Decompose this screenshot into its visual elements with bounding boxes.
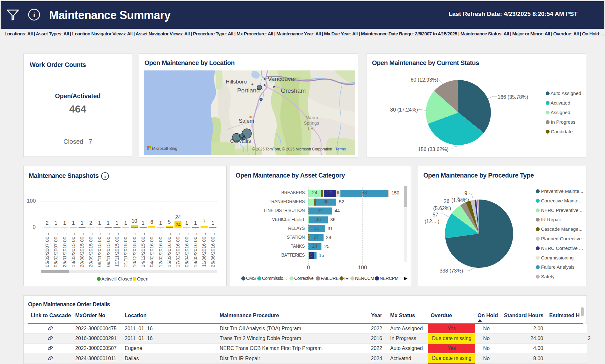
svg-text:I.R.: I.R. <box>308 126 315 131</box>
svg-text:1: 1 <box>159 220 162 226</box>
svg-text:14/12/2015 00...: 14/12/2015 00... <box>140 233 146 267</box>
svg-text:20/09/2015 00...: 20/09/2015 00... <box>88 233 93 267</box>
svg-text:19/11/2015 00...: 19/11/2015 00... <box>114 233 120 267</box>
svg-text:05/02/2007 00...: 05/02/2007 00... <box>44 233 50 267</box>
svg-text:1: 1 <box>142 220 145 226</box>
svg-text:08/04/2016 00...: 08/04/2016 00... <box>184 233 189 267</box>
svg-text:1: 1 <box>211 220 214 226</box>
svg-text:1: 1 <box>124 220 127 226</box>
svg-text:Hillsboro: Hillsboro <box>226 79 247 85</box>
svg-text:© 2025 TomTom, © 2025 Microsof: © 2025 TomTom, © 2025 Microsoft Corporat… <box>252 147 332 151</box>
svg-text:08/02/2007 00...: 08/02/2007 00... <box>53 233 58 267</box>
svg-text:6: 6 <box>150 219 153 225</box>
svg-text:18/05/2016 00...: 18/05/2016 00... <box>193 233 198 267</box>
svg-text:Salem: Salem <box>239 118 254 124</box>
svg-text:7: 7 <box>203 219 206 224</box>
svg-text:24: 24 <box>175 222 181 227</box>
svg-text:09/11/2015 00...: 09/11/2015 00... <box>106 233 111 267</box>
svg-text:Warm: Warm <box>306 115 318 120</box>
svg-text:04/02/2016 00...: 04/02/2016 00... <box>149 233 154 267</box>
svg-text:13/03/2015 00...: 13/03/2015 00... <box>70 233 76 267</box>
svg-text:1: 1 <box>81 220 84 226</box>
svg-text:2: 2 <box>46 220 49 226</box>
svg-text:20/08/2015 00...: 20/08/2015 00... <box>79 233 84 267</box>
svg-text:Microsoft Bing: Microsoft Bing <box>152 146 177 151</box>
svg-text:1: 1 <box>185 220 188 226</box>
svg-text:21/11/2015 00...: 21/11/2015 00... <box>123 233 128 267</box>
svg-text:Gresham: Gresham <box>281 87 306 94</box>
svg-text:1: 1 <box>194 220 197 226</box>
svg-text:1: 1 <box>63 220 66 226</box>
svg-text:2: 2 <box>89 220 92 226</box>
svg-text:1: 1 <box>55 220 57 226</box>
svg-text:25/01/2010 00...: 25/01/2010 00... <box>62 233 67 267</box>
svg-text:Terms: Terms <box>335 147 346 151</box>
svg-text:26/06/2016 00...: 26/06/2016 00... <box>210 233 215 267</box>
svg-text:08/11/2015 00...: 08/11/2015 00... <box>97 233 102 267</box>
svg-text:5: 5 <box>168 219 171 225</box>
svg-text:Vancouver: Vancouver <box>268 76 296 82</box>
svg-text:Springs: Springs <box>304 120 319 126</box>
svg-text:12/02/2016 00...: 12/02/2016 00... <box>158 233 163 267</box>
svg-text:24: 24 <box>175 215 181 220</box>
svg-text:10/12/2015 00...: 10/12/2015 00... <box>132 233 137 267</box>
svg-text:1: 1 <box>98 220 101 226</box>
svg-text:11/06/2016 00...: 11/06/2016 00... <box>201 233 207 267</box>
svg-text:i: i <box>33 11 35 19</box>
svg-text:17/02/2016 00...: 17/02/2016 00... <box>175 233 180 267</box>
svg-text:10: 10 <box>132 218 137 224</box>
svg-text:Portland: Portland <box>237 87 260 94</box>
svg-text:1: 1 <box>72 220 75 226</box>
svg-text:1: 1 <box>107 220 110 226</box>
svg-text:15/02/2016 00...: 15/02/2016 00... <box>166 233 172 267</box>
svg-text:1: 1 <box>115 220 118 226</box>
